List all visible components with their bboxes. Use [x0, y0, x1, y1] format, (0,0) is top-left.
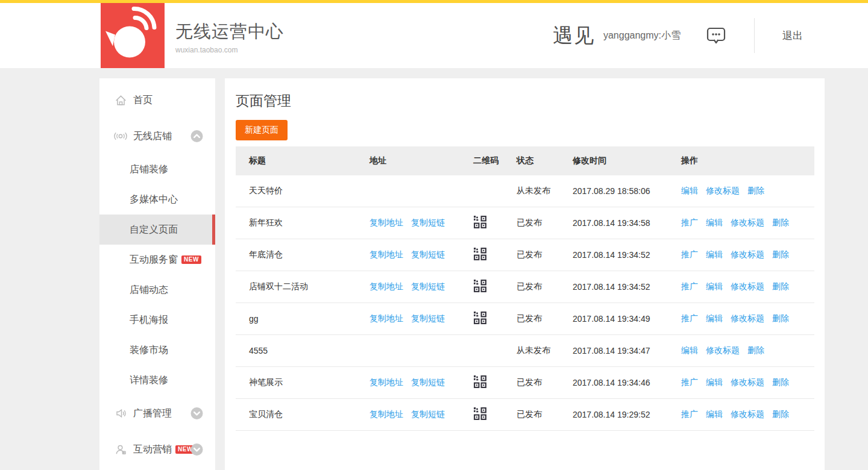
copy-shortlink-link[interactable]: 复制短链	[411, 249, 445, 259]
status-cell: 已发布	[517, 249, 573, 260]
actions-cell: 推广编辑修改标题删除	[681, 313, 814, 324]
sidebar-item-label: 互动营销	[133, 443, 172, 456]
page-title: 页面管理	[236, 92, 814, 110]
edit-title-link[interactable]: 修改标题	[731, 409, 764, 419]
sidebar-item-detail-decorate[interactable]: 详情装修	[99, 365, 215, 395]
promote-link[interactable]: 推广	[681, 218, 698, 227]
sidebar-item-service-window[interactable]: 互动服务窗NEW	[99, 245, 215, 275]
edit-title-link[interactable]: 修改标题	[731, 281, 764, 291]
promote-link[interactable]: 推广	[681, 313, 698, 323]
edit-link[interactable]: 编辑	[706, 281, 723, 291]
copy-shortlink-link[interactable]: 复制短链	[411, 218, 445, 227]
sidebar-item-media-center[interactable]: 多媒体中心	[99, 184, 215, 215]
edit-title-link[interactable]: 修改标题	[731, 313, 764, 323]
sidebar-item-decorate-market[interactable]: 装修市场	[99, 335, 215, 365]
promote-link[interactable]: 推广	[681, 281, 698, 291]
status-cell: 从未发布	[517, 186, 573, 196]
delete-link[interactable]: 删除	[772, 218, 789, 227]
delete-link[interactable]: 删除	[772, 409, 789, 419]
sidebar-item-label: 首页	[133, 94, 153, 107]
qr-code-icon[interactable]	[473, 407, 487, 422]
copy-shortlink-link[interactable]: 复制短链	[411, 281, 445, 291]
copy-address-link[interactable]: 复制地址	[370, 281, 403, 291]
sidebar-item-wireless-shop[interactable]: 无线店铺	[99, 118, 215, 154]
copy-shortlink-link[interactable]: 复制短链	[411, 313, 445, 323]
app-logo[interactable]	[101, 3, 165, 68]
status-cell: 已发布	[517, 409, 573, 420]
delete-link[interactable]: 删除	[772, 313, 789, 323]
edit-link[interactable]: 编辑	[681, 186, 698, 195]
chevron-down-icon[interactable]	[190, 443, 203, 456]
qrcode-cell	[473, 375, 517, 390]
delete-link[interactable]: 删除	[772, 249, 789, 259]
copy-shortlink-link[interactable]: 复制短链	[411, 409, 445, 419]
chat-bubble-icon[interactable]	[706, 27, 726, 45]
chevron-down-icon[interactable]	[190, 407, 203, 420]
edit-link[interactable]: 编辑	[681, 345, 698, 355]
qrcode-cell	[473, 311, 517, 327]
sidebar-item-shop-news[interactable]: 店铺动态	[99, 275, 215, 305]
table-row: 天天特价从未发布2017.08.29 18:58:06编辑修改标题删除	[236, 175, 814, 207]
edit-title-link[interactable]: 修改标题	[731, 218, 764, 227]
modified-time-cell: 2017.08.29 18:58:06	[573, 186, 681, 196]
qrcode-cell	[473, 279, 517, 295]
sidebar-item-broadcast-manage[interactable]: 广播管理	[99, 395, 215, 431]
qr-code-icon[interactable]	[473, 247, 487, 263]
copy-address-link[interactable]: 复制地址	[370, 377, 403, 387]
logout-button[interactable]: 退出	[782, 29, 803, 43]
sidebar-item-home[interactable]: 首页	[99, 82, 215, 118]
copy-shortlink-link[interactable]: 复制短链	[411, 377, 445, 387]
qrcode-cell	[473, 247, 517, 263]
edit-title-link[interactable]: 修改标题	[731, 249, 764, 259]
sidebar-item-mobile-poster[interactable]: 手机海报	[99, 305, 215, 335]
sidebar-item-custom-pages[interactable]: 自定义页面	[99, 215, 215, 245]
edit-link[interactable]: 编辑	[706, 249, 723, 259]
page-title-cell: 天天特价	[236, 186, 370, 196]
edit-link[interactable]: 编辑	[706, 409, 723, 419]
qrcode-cell	[473, 407, 517, 422]
page-title-cell: 新年狂欢	[236, 218, 370, 228]
modified-time-cell: 2017.08.14 19:29:52	[573, 410, 681, 419]
copy-address-link[interactable]: 复制地址	[370, 249, 403, 259]
sidebar-item-label: 多媒体中心	[130, 193, 178, 206]
promote-link[interactable]: 推广	[681, 377, 698, 387]
page-title-cell: 神笔展示	[236, 377, 370, 388]
broadcast-icon	[114, 130, 127, 143]
copy-address-link[interactable]: 复制地址	[370, 313, 403, 323]
actions-cell: 推广编辑修改标题删除	[681, 377, 814, 388]
copy-address-link[interactable]: 复制地址	[370, 409, 403, 419]
edit-link[interactable]: 编辑	[706, 313, 723, 323]
edit-link[interactable]: 编辑	[706, 377, 723, 387]
promote-link[interactable]: 推广	[681, 249, 698, 259]
chevron-up-icon[interactable]	[190, 130, 203, 143]
delete-link[interactable]: 删除	[747, 345, 764, 355]
sidebar-item-shop-decorate[interactable]: 店铺装修	[99, 154, 215, 184]
column-header-modified-time: 修改时间	[573, 155, 681, 166]
brand-mark: 遇见	[553, 22, 595, 49]
new-page-button[interactable]: 新建页面	[236, 120, 288, 140]
qr-code-icon[interactable]	[473, 215, 487, 231]
copy-address-link[interactable]: 复制地址	[370, 218, 403, 227]
page-title-cell: 4555	[236, 346, 370, 356]
address-cell: 复制地址复制短链	[370, 313, 473, 324]
delete-link[interactable]: 删除	[772, 377, 789, 387]
main-panel: 页面管理 新建页面 标题地址二维码状态修改时间操作 天天特价从未发布2017.0…	[225, 78, 825, 470]
edit-title-link[interactable]: 修改标题	[706, 186, 740, 195]
promote-link[interactable]: 推广	[681, 409, 698, 419]
sidebar-item-label: 无线店铺	[133, 130, 172, 143]
address-cell: 复制地址复制短链	[370, 281, 473, 292]
edit-link[interactable]: 编辑	[706, 218, 723, 227]
sidebar-item-interactive-marketing[interactable]: 互动营销NEW	[99, 431, 215, 468]
edit-title-link[interactable]: 修改标题	[706, 345, 740, 355]
delete-link[interactable]: 删除	[772, 281, 789, 291]
table-row: 店铺双十二活动复制地址复制短链已发布2017.08.14 19:34:52推广编…	[236, 271, 814, 303]
edit-title-link[interactable]: 修改标题	[731, 377, 764, 387]
delete-link[interactable]: 删除	[747, 186, 764, 195]
table-row: 年底清仓复制地址复制短链已发布2017.08.14 19:34:52推广编辑修改…	[236, 239, 814, 271]
qr-code-icon[interactable]	[473, 311, 487, 327]
sidebar-item-label: 详情装修	[130, 374, 168, 387]
qr-code-icon[interactable]	[473, 279, 487, 295]
qr-code-icon[interactable]	[473, 375, 487, 390]
table-row: 宝贝清仓复制地址复制短链已发布2017.08.14 19:29:52推广编辑修改…	[236, 399, 814, 431]
sidebar-item-label: 自定义页面	[130, 224, 178, 236]
